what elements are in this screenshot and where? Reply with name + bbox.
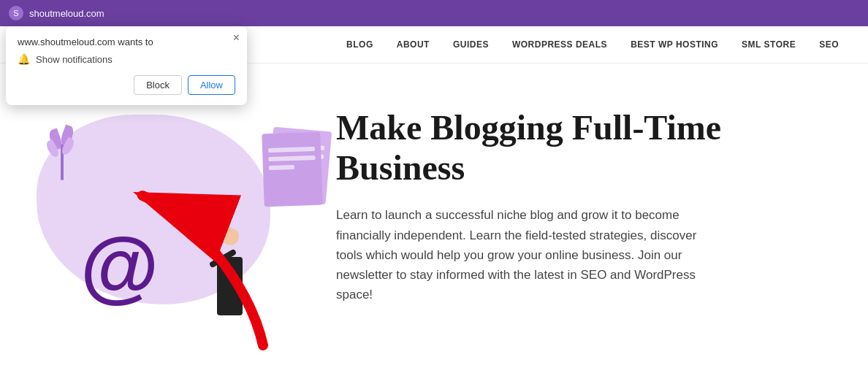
nav-item-sml-store[interactable]: SML STORE [742, 39, 796, 50]
browser-url: shoutmeloud.com [29, 8, 104, 19]
plant-decoration [44, 122, 80, 180]
nav-item-best-wp-hosting[interactable]: BEST WP HOSTING [631, 39, 718, 50]
popup-notification-text: Show notifications [36, 54, 113, 65]
person-figure [208, 228, 252, 315]
hero-title: Make Blogging Full-Time Business [336, 107, 839, 188]
notification-popup: × www.shoutmeloud.com wants to 🔔 Show no… [6, 26, 247, 105]
browser-favicon: S [9, 6, 23, 20]
block-button[interactable]: Block [134, 75, 182, 95]
nav-item-about[interactable]: ABOUT [397, 39, 430, 50]
hero-illustration: @ [0, 93, 321, 341]
popup-title: www.shoutmeloud.com wants to [18, 36, 235, 47]
nav-item-guides[interactable]: GUIDES [453, 39, 489, 50]
nav-item-wordpress-deals[interactable]: WORDPRESS DEALS [512, 39, 607, 50]
hero-description: Learn to launch a successful niche blog … [336, 205, 716, 304]
browser-bar: S shoutmeloud.com [0, 0, 868, 26]
bell-icon: 🔔 [18, 53, 30, 65]
nav-item-seo[interactable]: SEO [819, 39, 839, 50]
nav-item-blog[interactable]: BLOG [346, 39, 373, 50]
allow-button[interactable]: Allow [188, 75, 235, 95]
hero-section: @ Make Blogging Full-Time Business [0, 64, 868, 341]
at-symbol: @ [80, 219, 159, 312]
popup-close-button[interactable]: × [233, 32, 240, 44]
popup-buttons: Block Allow [18, 75, 235, 95]
popup-notification-row: 🔔 Show notifications [18, 53, 235, 65]
hero-text-area: Make Blogging Full-Time Business Learn t… [321, 93, 839, 304]
